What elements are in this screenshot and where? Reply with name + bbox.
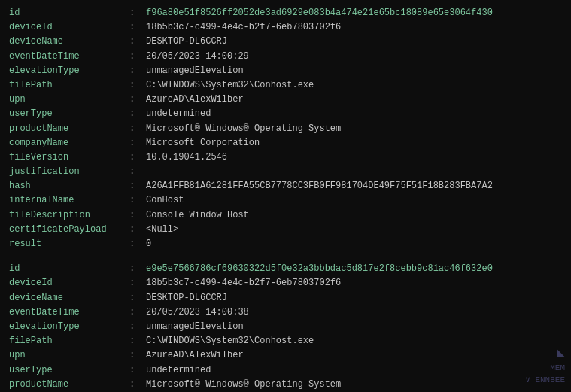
- field-colon: :: [129, 334, 143, 348]
- field-key: productName: [9, 122, 129, 136]
- watermark: ◣ MEM ∨ ENNBEE: [525, 344, 565, 386]
- field-key: result: [9, 237, 129, 251]
- field-row: hash: A26A1FFB81A61281FFA55CB7778CC3FB0F…: [9, 179, 562, 193]
- field-key: id: [9, 262, 129, 276]
- field-row: internalName: ConHost: [9, 193, 562, 208]
- field-key: elevationType: [9, 320, 129, 334]
- field-row: eventDateTime: 20/05/2023 14:00:29: [9, 50, 562, 64]
- field-value: AzureAD\AlexWilber: [146, 348, 244, 363]
- field-key: justification: [9, 165, 129, 179]
- field-value: undetermined: [146, 107, 211, 121]
- field-colon: :: [129, 136, 143, 150]
- field-value: undetermined: [146, 363, 211, 378]
- field-colon: :: [129, 193, 143, 208]
- field-colon: :: [129, 223, 143, 237]
- field-colon: :: [129, 20, 143, 35]
- field-key: eventDateTime: [9, 305, 129, 320]
- field-row: filePath: C:\WINDOWS\System32\Conhost.ex…: [9, 334, 562, 348]
- field-value: 18b5b3c7-c499-4e4c-b2f7-6eb7803702f6: [146, 20, 341, 35]
- field-colon: :: [129, 179, 143, 193]
- field-value: 18b5b3c7-c499-4e4c-b2f7-6eb7803702f6: [146, 276, 341, 290]
- field-value: e9e5e7566786cf69630322d5f0e32a3bbbdac5d8…: [146, 262, 493, 276]
- main-content: id: f96a80e51f8526ff2052de3ad6929e083b4a…: [0, 0, 571, 392]
- field-key: userType: [9, 107, 129, 121]
- field-key: deviceId: [9, 20, 129, 35]
- field-colon: :: [129, 291, 143, 305]
- field-key: eventDateTime: [9, 50, 129, 64]
- field-colon: :: [129, 276, 143, 290]
- field-row: fileVersion: 10.0.19041.2546: [9, 150, 562, 165]
- field-key: filePath: [9, 334, 129, 348]
- field-value: C:\WINDOWS\System32\Conhost.exe: [146, 78, 314, 93]
- field-row: fileDescription: Console Window Host: [9, 208, 562, 223]
- field-colon: :: [129, 262, 143, 276]
- field-value: AzureAD\AlexWilber: [146, 93, 244, 107]
- field-value: unmanagedElevation: [146, 64, 244, 78]
- field-row: result: 0: [9, 237, 562, 251]
- field-key: certificatePayload: [9, 223, 129, 237]
- field-colon: :: [129, 122, 143, 136]
- field-value: Microsoft Corporation: [146, 136, 260, 150]
- field-row: deviceName: DESKTOP-DL6CCRJ: [9, 35, 562, 49]
- field-value: 20/05/2023 14:00:38: [146, 305, 249, 320]
- field-colon: :: [129, 93, 143, 107]
- field-row: eventDateTime: 20/05/2023 14:00:38: [9, 305, 562, 320]
- field-key: upn: [9, 93, 129, 107]
- field-key: filePath: [9, 78, 129, 93]
- field-row: deviceId: 18b5b3c7-c499-4e4c-b2f7-6eb780…: [9, 20, 562, 35]
- field-colon: :: [129, 165, 143, 179]
- field-colon: :: [129, 107, 143, 121]
- field-value: Microsoft® Windows® Operating System: [146, 378, 341, 392]
- field-value: Console Window Host: [146, 208, 249, 223]
- field-value: 10.0.19041.2546: [146, 150, 227, 165]
- field-key: id: [9, 6, 129, 20]
- field-row: deviceName: DESKTOP-DL6CCRJ: [9, 291, 562, 305]
- field-colon: :: [129, 64, 143, 78]
- field-value: A26A1FFB81A61281FFA55CB7778CC3FB0FF98170…: [146, 179, 493, 193]
- field-key: userType: [9, 363, 129, 378]
- field-row: userType: undetermined: [9, 363, 562, 378]
- field-row: justification:: [9, 165, 562, 179]
- field-value: <Null>: [146, 223, 178, 237]
- field-key: internalName: [9, 193, 129, 208]
- field-row: id: e9e5e7566786cf69630322d5f0e32a3bbbda…: [9, 262, 562, 276]
- field-row: deviceId: 18b5b3c7-c499-4e4c-b2f7-6eb780…: [9, 276, 562, 290]
- field-value: DESKTOP-DL6CCRJ: [146, 35, 227, 49]
- field-value: 0: [146, 237, 151, 251]
- field-colon: :: [129, 35, 143, 49]
- field-value: C:\WINDOWS\System32\Conhost.exe: [146, 334, 314, 348]
- field-key: deviceName: [9, 291, 129, 305]
- field-row: productName: Microsoft® Windows® Operati…: [9, 122, 562, 136]
- field-colon: :: [129, 78, 143, 93]
- field-row: elevationType: unmanagedElevation: [9, 64, 562, 78]
- field-colon: :: [129, 320, 143, 334]
- field-key: upn: [9, 348, 129, 363]
- field-key: deviceId: [9, 276, 129, 290]
- field-key: elevationType: [9, 64, 129, 78]
- field-row: certificatePayload: <Null>: [9, 223, 562, 237]
- field-row: productName: Microsoft® Windows® Operati…: [9, 378, 562, 392]
- record-spacer: [9, 254, 562, 262]
- watermark-icon: ◣: [525, 344, 565, 363]
- field-colon: :: [129, 305, 143, 320]
- field-row: companyName: Microsoft Corporation: [9, 136, 562, 150]
- record-1: id: e9e5e7566786cf69630322d5f0e32a3bbbda…: [9, 262, 562, 392]
- field-colon: :: [129, 363, 143, 378]
- watermark-line2: ∨ ENNBEE: [525, 375, 565, 386]
- field-row: upn: AzureAD\AlexWilber: [9, 93, 562, 107]
- field-colon: :: [129, 237, 143, 251]
- field-row: elevationType: unmanagedElevation: [9, 320, 562, 334]
- field-key: fileDescription: [9, 208, 129, 223]
- field-value: DESKTOP-DL6CCRJ: [146, 291, 227, 305]
- field-value: f96a80e51f8526ff2052de3ad6929e083b4a474e…: [146, 6, 493, 20]
- field-key: deviceName: [9, 35, 129, 49]
- field-value: 20/05/2023 14:00:29: [146, 50, 249, 64]
- field-value: ConHost: [146, 193, 184, 208]
- field-row: id: f96a80e51f8526ff2052de3ad6929e083b4a…: [9, 6, 562, 20]
- field-colon: :: [129, 6, 143, 20]
- field-colon: :: [129, 50, 143, 64]
- field-key: fileVersion: [9, 150, 129, 165]
- field-colon: :: [129, 348, 143, 363]
- field-colon: :: [129, 378, 143, 392]
- field-colon: :: [129, 150, 143, 165]
